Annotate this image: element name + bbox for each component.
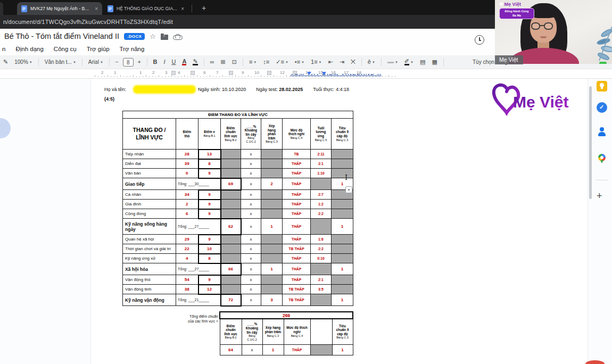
shaded-cell[interactable] <box>332 150 353 159</box>
document-title[interactable]: Bé Thỏ - Tóm tắt điểm Vineland II <box>4 32 119 40</box>
italic-button[interactable]: I <box>161 58 167 66</box>
column-header[interactable]: Mức độ thích nghiBảng C.4 <box>284 319 310 344</box>
confidence-cell[interactable]: ± <box>241 219 261 235</box>
shaded-cell[interactable] <box>221 209 241 219</box>
shaded-cell[interactable] <box>332 209 353 219</box>
styles-select[interactable]: Văn bản t...▼ <box>43 58 78 66</box>
table-borders-button[interactable]: ▦ <box>429 58 439 66</box>
column-marker[interactable] <box>267 71 271 75</box>
bold-button[interactable]: B <box>151 58 160 66</box>
zoom-select[interactable]: 100%▼ <box>12 58 35 66</box>
raw-total[interactable]: Tổng: ___21_____ <box>176 294 221 306</box>
subscale-label[interactable]: Văn bản <box>123 169 176 178</box>
menu-item[interactable]: Công cụ <box>53 45 78 53</box>
shaded-cell[interactable] <box>332 169 353 178</box>
left-panel-blob[interactable] <box>0 118 11 138</box>
column-marker[interactable] <box>229 71 233 75</box>
shaded-cell[interactable] <box>261 190 283 200</box>
age-equivalent[interactable]: 2:11 <box>311 150 332 159</box>
stanine[interactable]: 1 <box>332 219 353 235</box>
subscale-label[interactable]: Gia đình <box>123 200 176 209</box>
column-header[interactable]: ____% Khoảng tin cậyBảng C.1/C.2 <box>241 119 261 150</box>
maps-icon[interactable] <box>597 153 607 164</box>
subscale-label[interactable]: Vận động thô <box>123 275 176 285</box>
shaded-cell[interactable] <box>221 244 241 254</box>
v-score[interactable]: 13 <box>199 150 221 159</box>
confidence-cell[interactable]: ± <box>241 159 261 169</box>
confidence-cell[interactable]: ± <box>241 150 261 159</box>
shaded-cell[interactable] <box>221 169 241 178</box>
summary-value[interactable] <box>310 344 332 355</box>
shaded-cell[interactable] <box>332 275 353 285</box>
subscale-label[interactable]: Quan hệ xã hội <box>123 235 176 244</box>
column-header[interactable]: ____% Khoảng tin cậyBảng C.1/C.2 <box>242 319 262 344</box>
subscale-label[interactable]: Kỹ năng ứng xử <box>123 254 176 263</box>
font-select[interactable]: Arial▼ <box>86 58 105 66</box>
summary-value[interactable]: 1 <box>262 344 284 355</box>
percentile-rank[interactable]: 1 <box>261 263 283 275</box>
shaded-cell[interactable] <box>221 254 241 263</box>
fill-color-button[interactable]: ▼ <box>385 60 400 65</box>
age-equivalent[interactable]: 2:1 <box>311 159 332 169</box>
cloud-status-icon[interactable] <box>173 35 181 40</box>
shaded-cell[interactable] <box>261 254 283 263</box>
adaptive-level[interactable]: THẤP <box>283 219 311 235</box>
age-equivalent[interactable]: 1:6 <box>311 235 332 244</box>
raw-score[interactable]: 0 <box>176 169 199 178</box>
insert-image-button[interactable]: ⊡ <box>230 58 239 66</box>
confidence-cell[interactable]: ± <box>241 178 261 190</box>
get-addons-button[interactable]: + <box>597 191 602 202</box>
subscale-label[interactable]: Thời gian chơi và giải trí <box>123 244 176 254</box>
shaded-cell[interactable] <box>332 254 353 263</box>
highlight-color-button[interactable]: ✎ <box>191 57 200 67</box>
subscale-label[interactable]: Cộng đồng <box>123 209 176 219</box>
v-score[interactable]: 9 <box>199 169 221 178</box>
font-size-increase-button[interactable]: + <box>136 58 143 66</box>
shaded-cell[interactable] <box>261 285 283 294</box>
adaptive-level[interactable]: THẤP <box>283 159 311 169</box>
column-header[interactable]: Điểm vBảng B.1 <box>199 119 221 150</box>
v-score[interactable]: 8 <box>199 254 221 263</box>
column-header[interactable]: Xếp hạng phần trămBảng C.3 <box>262 319 284 344</box>
shaded-cell[interactable] <box>332 244 353 254</box>
raw-score[interactable]: 39 <box>176 159 199 169</box>
column-header[interactable]: Điểm chuẩn lĩnh vựcBảng B.2 <box>220 319 242 344</box>
adaptive-level[interactable]: TB THẤP <box>283 285 311 294</box>
adaptive-level[interactable]: THẤP <box>283 200 311 209</box>
spellcheck-button[interactable]: ê▼ <box>366 58 377 66</box>
browser-tab[interactable]: MVK27 Mẹ Nguyệt Ánh - Bé Th× <box>17 2 102 15</box>
subscale-label[interactable]: Tiếp nhận <box>123 150 176 159</box>
browser-tab[interactable]: HỆ THỐNG GIÁO DỤC GIA ĐÌN× <box>103 2 188 15</box>
domain-label[interactable]: Kỹ năng sống hàng ngày <box>123 219 176 235</box>
shaded-cell[interactable] <box>261 150 283 159</box>
menu-item[interactable]: Trợ năng <box>119 45 146 53</box>
partial-tab[interactable] <box>0 2 3 15</box>
adaptive-level[interactable]: TB THẤP <box>283 244 311 254</box>
patient-info-line[interactable]: Họ và tên: Ngày sinh: 10.10.2020 Ngày te… <box>104 87 349 92</box>
move-folder-icon[interactable] <box>161 35 168 40</box>
summary-value[interactable]: ± <box>242 344 262 355</box>
adaptive-level[interactable]: THẤP <box>283 235 311 244</box>
v-score[interactable]: 9 <box>199 209 221 219</box>
v-score[interactable]: 9 <box>199 200 221 209</box>
shaded-cell[interactable] <box>311 294 332 306</box>
age-equivalent[interactable]: 2:1 <box>311 275 332 285</box>
shaded-cell[interactable] <box>261 209 283 219</box>
font-size-input[interactable]: 8 <box>123 58 134 67</box>
subscale-label[interactable]: Diễn đạt <box>123 159 176 169</box>
standard-score[interactable]: 66 <box>221 263 241 275</box>
confidence-cell[interactable]: ± <box>241 244 261 254</box>
shaded-cell[interactable] <box>332 159 353 169</box>
confidence-cell[interactable]: ± <box>241 254 261 263</box>
v-score[interactable]: 9 <box>199 275 221 285</box>
text-color-button[interactable]: A <box>180 57 188 67</box>
percentile-rank[interactable]: 3 <box>261 294 283 306</box>
shaded-cell[interactable] <box>261 235 283 244</box>
border-color-button[interactable]: ✐▼ <box>402 57 416 67</box>
column-header[interactable] <box>310 319 332 344</box>
domain-label[interactable]: Kỹ năng vận động <box>123 294 176 306</box>
adaptive-level[interactable]: THẤP <box>283 254 311 263</box>
raw-score[interactable]: 22 <box>176 244 199 254</box>
raw-score[interactable]: 34 <box>176 190 199 200</box>
age-equivalent[interactable]: 2:7 <box>311 190 332 200</box>
